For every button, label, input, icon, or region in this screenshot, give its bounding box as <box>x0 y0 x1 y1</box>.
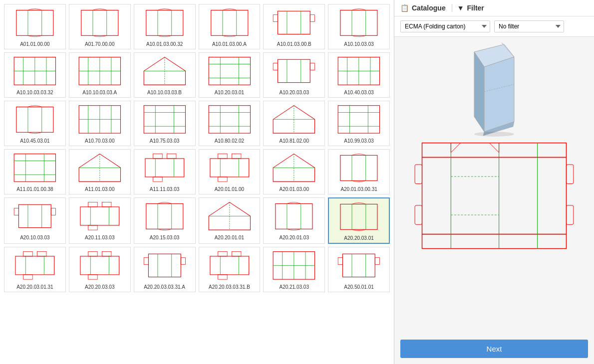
grid-item[interactable]: A20.20.03.03.31.A <box>134 247 196 292</box>
grid-item[interactable]: A10.20.03.01 <box>199 52 261 98</box>
item-label: A10.80.02.02 <box>214 137 246 146</box>
item-thumbnail <box>134 198 195 234</box>
svg-rect-48 <box>16 107 53 132</box>
grid-item[interactable]: A10.10.03.03.B <box>134 52 196 98</box>
grid-item[interactable]: A20.20.03.01 <box>328 197 390 244</box>
item-thumbnail <box>264 150 324 185</box>
grid-item[interactable]: A20.10.03.03 <box>4 197 66 244</box>
grid-item[interactable]: A20.11.03.03 <box>69 197 131 244</box>
grid-item[interactable]: A20.20.03.03.31.B <box>199 247 261 292</box>
item-label: A20.20.01.03 <box>278 234 310 242</box>
item-thumbnail <box>199 101 260 137</box>
grid-item[interactable]: A10.81.02.00 <box>263 101 325 146</box>
left-panel: A01.01.00.00 A01.70.00.00 A10.01.03.00.3… <box>0 0 394 364</box>
item-label: A20.50.01.01 <box>343 283 375 292</box>
item-label: A10.45.03.01 <box>19 137 51 146</box>
svg-rect-124 <box>23 251 33 256</box>
item-label: A10.10.03.03.32 <box>15 89 54 97</box>
filter-icon: ▼ <box>457 4 464 12</box>
grid-item[interactable]: A10.20.03.03 <box>263 52 325 98</box>
grid-item[interactable]: A20.15.03.03 <box>134 197 196 244</box>
filter-dropdown[interactable]: No filter Filter 1 Filter 2 <box>494 20 564 32</box>
item-thumbnail <box>69 150 130 185</box>
svg-rect-143 <box>218 275 227 279</box>
next-button[interactable]: Next <box>400 340 588 358</box>
svg-rect-38 <box>278 59 310 82</box>
svg-rect-88 <box>210 158 249 177</box>
grid-item[interactable]: A20.20.03.01.31 <box>4 247 66 292</box>
svg-rect-13 <box>274 14 278 21</box>
item-label: A01.70.00.00 <box>84 40 116 49</box>
item-label: A10.10.03.03.B <box>146 89 183 97</box>
item-label: A10.81.02.00 <box>278 137 310 146</box>
grid-container[interactable]: A01.01.00.00 A01.70.00.00 A10.01.03.00.3… <box>0 0 394 364</box>
grid-item[interactable]: A20.20.01.01 <box>199 197 261 244</box>
item-thumbnail <box>69 53 130 89</box>
grid-item[interactable]: A11.01.01.00.38 <box>4 149 66 194</box>
item-thumbnail <box>264 4 324 40</box>
item-grid: A01.01.00.00 A01.70.00.00 A10.01.03.00.3… <box>4 4 390 292</box>
grid-item[interactable]: A10.10.03.03.32 <box>4 52 66 98</box>
preview-3d <box>399 42 589 134</box>
svg-rect-6 <box>146 10 183 35</box>
svg-rect-90 <box>232 154 241 158</box>
svg-rect-69 <box>338 105 379 133</box>
svg-rect-17 <box>340 10 377 35</box>
grid-item[interactable]: A20.50.01.01 <box>328 247 390 292</box>
svg-rect-152 <box>338 257 342 264</box>
grid-item[interactable]: A10.01.03.00.32 <box>134 4 196 49</box>
grid-item[interactable]: A10.75.03.03 <box>134 101 196 146</box>
item-label: A01.01.00.00 <box>19 40 51 49</box>
grid-item[interactable]: A20.21.03.03 <box>263 247 325 292</box>
item-label: A10.20.03.01 <box>214 89 246 97</box>
item-label: A20.10.03.03 <box>19 234 51 242</box>
item-thumbnail <box>69 247 130 283</box>
grid-item[interactable]: A10.10.03.03 <box>328 4 390 49</box>
filter-label: Filter <box>467 4 484 12</box>
item-thumbnail <box>264 247 324 283</box>
svg-rect-105 <box>80 206 119 225</box>
grid-item[interactable]: A10.01.03.00.A <box>199 4 261 49</box>
svg-rect-100 <box>19 204 51 227</box>
grid-item[interactable]: A10.45.03.01 <box>4 101 66 146</box>
grid-item[interactable]: A20.20.01.03 <box>263 197 325 244</box>
item-thumbnail <box>328 101 389 137</box>
svg-rect-107 <box>102 202 111 206</box>
item-thumbnail <box>264 53 324 89</box>
svg-rect-106 <box>88 202 98 206</box>
grid-item[interactable]: A10.80.02.02 <box>199 101 261 146</box>
item-label: A10.10.03.03.A <box>81 89 118 97</box>
item-label: A10.70.03.00 <box>84 137 116 146</box>
item-thumbnail <box>134 4 195 40</box>
svg-rect-39 <box>274 63 278 70</box>
grid-item[interactable]: A20.01.01.00 <box>199 149 261 194</box>
item-thumbnail <box>328 4 389 40</box>
grid-item[interactable]: A10.70.03.00 <box>69 101 131 146</box>
grid-item[interactable]: A10.10.03.03.A <box>69 52 131 98</box>
grid-item[interactable]: A10.40.03.03 <box>328 52 390 98</box>
grid-item[interactable]: A01.70.00.00 <box>69 4 131 49</box>
preview-area <box>394 37 594 336</box>
category-dropdown[interactable]: ECMA (Folding carton) FEFCO Custom <box>400 20 490 32</box>
svg-rect-172 <box>415 205 422 225</box>
grid-item[interactable]: A01.01.00.00 <box>4 4 66 49</box>
grid-item[interactable]: A10.01.03.00.B <box>263 4 325 49</box>
item-thumbnail <box>199 247 260 283</box>
item-label: A10.20.03.03 <box>278 89 310 97</box>
svg-rect-89 <box>218 154 227 158</box>
grid-item[interactable]: A20.20.03.03 <box>69 247 131 292</box>
grid-item[interactable]: A20.01.03.00.31 <box>328 149 390 194</box>
grid-item[interactable]: A11.11.03.03 <box>134 149 196 194</box>
grid-item[interactable]: A20.01.03.00 <box>263 149 325 194</box>
svg-rect-97 <box>340 155 377 181</box>
item-label: A10.75.03.03 <box>149 137 181 146</box>
svg-rect-165 <box>422 234 567 249</box>
item-label: A20.20.01.01 <box>214 234 246 242</box>
svg-rect-108 <box>88 225 98 230</box>
item-label: A10.01.03.00.B <box>276 40 312 49</box>
grid-item[interactable]: A10.99.03.03 <box>328 101 390 146</box>
item-label: A20.20.03.03.31.B <box>208 283 251 292</box>
right-header: 📋 Catalogue ▼ Filter <box>394 0 594 16</box>
grid-item[interactable]: A11.01.03.00 <box>69 149 131 194</box>
svg-rect-85 <box>153 177 162 182</box>
